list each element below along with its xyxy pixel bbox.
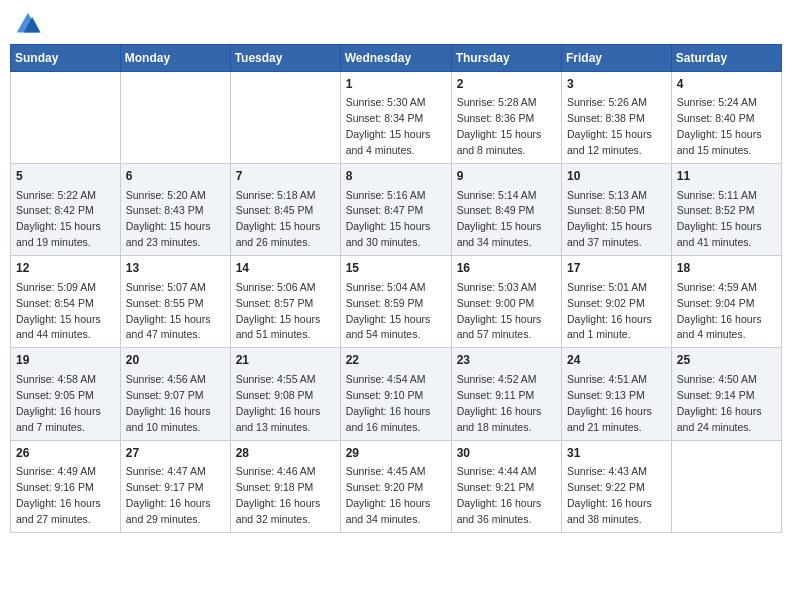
day-number: 19: [16, 352, 115, 369]
day-info: Sunrise: 5:24 AM Sunset: 8:40 PM Dayligh…: [677, 96, 762, 156]
day-info: Sunrise: 4:56 AM Sunset: 9:07 PM Dayligh…: [126, 373, 211, 433]
day-info: Sunrise: 5:28 AM Sunset: 8:36 PM Dayligh…: [457, 96, 542, 156]
header-cell-saturday: Saturday: [671, 45, 781, 72]
day-number: 25: [677, 352, 776, 369]
calendar-cell: 7Sunrise: 5:18 AM Sunset: 8:45 PM Daylig…: [230, 164, 340, 256]
day-number: 16: [457, 260, 556, 277]
calendar-cell: 24Sunrise: 4:51 AM Sunset: 9:13 PM Dayli…: [562, 348, 672, 440]
calendar-cell: 19Sunrise: 4:58 AM Sunset: 9:05 PM Dayli…: [11, 348, 121, 440]
calendar-cell: 18Sunrise: 4:59 AM Sunset: 9:04 PM Dayli…: [671, 256, 781, 348]
day-number: 8: [346, 168, 446, 185]
calendar-cell: 20Sunrise: 4:56 AM Sunset: 9:07 PM Dayli…: [120, 348, 230, 440]
day-info: Sunrise: 5:06 AM Sunset: 8:57 PM Dayligh…: [236, 281, 321, 341]
calendar-cell: 13Sunrise: 5:07 AM Sunset: 8:55 PM Dayli…: [120, 256, 230, 348]
day-info: Sunrise: 5:22 AM Sunset: 8:42 PM Dayligh…: [16, 189, 101, 249]
day-info: Sunrise: 4:45 AM Sunset: 9:20 PM Dayligh…: [346, 465, 431, 525]
logo-icon: [14, 10, 42, 38]
day-info: Sunrise: 5:11 AM Sunset: 8:52 PM Dayligh…: [677, 189, 762, 249]
calendar-cell: 1Sunrise: 5:30 AM Sunset: 8:34 PM Daylig…: [340, 72, 451, 164]
day-number: 5: [16, 168, 115, 185]
day-number: 26: [16, 445, 115, 462]
logo: [14, 10, 46, 38]
day-number: 11: [677, 168, 776, 185]
day-number: 30: [457, 445, 556, 462]
calendar-cell: [671, 440, 781, 532]
calendar-cell: 4Sunrise: 5:24 AM Sunset: 8:40 PM Daylig…: [671, 72, 781, 164]
calendar-cell: 29Sunrise: 4:45 AM Sunset: 9:20 PM Dayli…: [340, 440, 451, 532]
calendar-cell: 16Sunrise: 5:03 AM Sunset: 9:00 PM Dayli…: [451, 256, 561, 348]
calendar-table: SundayMondayTuesdayWednesdayThursdayFrid…: [10, 44, 782, 533]
calendar-cell: 9Sunrise: 5:14 AM Sunset: 8:49 PM Daylig…: [451, 164, 561, 256]
header-cell-sunday: Sunday: [11, 45, 121, 72]
day-number: 9: [457, 168, 556, 185]
day-info: Sunrise: 4:46 AM Sunset: 9:18 PM Dayligh…: [236, 465, 321, 525]
day-info: Sunrise: 4:47 AM Sunset: 9:17 PM Dayligh…: [126, 465, 211, 525]
week-row-4: 19Sunrise: 4:58 AM Sunset: 9:05 PM Dayli…: [11, 348, 782, 440]
calendar-cell: 2Sunrise: 5:28 AM Sunset: 8:36 PM Daylig…: [451, 72, 561, 164]
header-row: SundayMondayTuesdayWednesdayThursdayFrid…: [11, 45, 782, 72]
day-info: Sunrise: 4:44 AM Sunset: 9:21 PM Dayligh…: [457, 465, 542, 525]
week-row-3: 12Sunrise: 5:09 AM Sunset: 8:54 PM Dayli…: [11, 256, 782, 348]
calendar-cell: 14Sunrise: 5:06 AM Sunset: 8:57 PM Dayli…: [230, 256, 340, 348]
calendar-cell: 26Sunrise: 4:49 AM Sunset: 9:16 PM Dayli…: [11, 440, 121, 532]
day-number: 21: [236, 352, 335, 369]
day-info: Sunrise: 5:18 AM Sunset: 8:45 PM Dayligh…: [236, 189, 321, 249]
calendar-cell: [230, 72, 340, 164]
calendar-cell: 30Sunrise: 4:44 AM Sunset: 9:21 PM Dayli…: [451, 440, 561, 532]
calendar-cell: 15Sunrise: 5:04 AM Sunset: 8:59 PM Dayli…: [340, 256, 451, 348]
calendar-header: SundayMondayTuesdayWednesdayThursdayFrid…: [11, 45, 782, 72]
day-number: 29: [346, 445, 446, 462]
header-cell-monday: Monday: [120, 45, 230, 72]
day-number: 6: [126, 168, 225, 185]
day-number: 12: [16, 260, 115, 277]
day-info: Sunrise: 4:43 AM Sunset: 9:22 PM Dayligh…: [567, 465, 652, 525]
day-number: 3: [567, 76, 666, 93]
day-info: Sunrise: 4:50 AM Sunset: 9:14 PM Dayligh…: [677, 373, 762, 433]
calendar-cell: 10Sunrise: 5:13 AM Sunset: 8:50 PM Dayli…: [562, 164, 672, 256]
header-cell-friday: Friday: [562, 45, 672, 72]
day-info: Sunrise: 4:49 AM Sunset: 9:16 PM Dayligh…: [16, 465, 101, 525]
day-number: 23: [457, 352, 556, 369]
day-info: Sunrise: 5:03 AM Sunset: 9:00 PM Dayligh…: [457, 281, 542, 341]
day-info: Sunrise: 5:07 AM Sunset: 8:55 PM Dayligh…: [126, 281, 211, 341]
day-number: 28: [236, 445, 335, 462]
day-number: 24: [567, 352, 666, 369]
calendar-cell: 25Sunrise: 4:50 AM Sunset: 9:14 PM Dayli…: [671, 348, 781, 440]
calendar-cell: 5Sunrise: 5:22 AM Sunset: 8:42 PM Daylig…: [11, 164, 121, 256]
day-info: Sunrise: 4:58 AM Sunset: 9:05 PM Dayligh…: [16, 373, 101, 433]
day-number: 14: [236, 260, 335, 277]
day-info: Sunrise: 4:51 AM Sunset: 9:13 PM Dayligh…: [567, 373, 652, 433]
day-number: 31: [567, 445, 666, 462]
calendar-cell: 28Sunrise: 4:46 AM Sunset: 9:18 PM Dayli…: [230, 440, 340, 532]
day-number: 2: [457, 76, 556, 93]
week-row-5: 26Sunrise: 4:49 AM Sunset: 9:16 PM Dayli…: [11, 440, 782, 532]
calendar-cell: 3Sunrise: 5:26 AM Sunset: 8:38 PM Daylig…: [562, 72, 672, 164]
header-cell-wednesday: Wednesday: [340, 45, 451, 72]
day-info: Sunrise: 5:13 AM Sunset: 8:50 PM Dayligh…: [567, 189, 652, 249]
calendar-cell: 12Sunrise: 5:09 AM Sunset: 8:54 PM Dayli…: [11, 256, 121, 348]
calendar-cell: [11, 72, 121, 164]
day-number: 10: [567, 168, 666, 185]
day-info: Sunrise: 4:59 AM Sunset: 9:04 PM Dayligh…: [677, 281, 762, 341]
header-cell-thursday: Thursday: [451, 45, 561, 72]
calendar-cell: 31Sunrise: 4:43 AM Sunset: 9:22 PM Dayli…: [562, 440, 672, 532]
calendar-cell: 11Sunrise: 5:11 AM Sunset: 8:52 PM Dayli…: [671, 164, 781, 256]
calendar-cell: 23Sunrise: 4:52 AM Sunset: 9:11 PM Dayli…: [451, 348, 561, 440]
page-header: [10, 10, 782, 38]
day-info: Sunrise: 5:04 AM Sunset: 8:59 PM Dayligh…: [346, 281, 431, 341]
calendar-cell: 22Sunrise: 4:54 AM Sunset: 9:10 PM Dayli…: [340, 348, 451, 440]
day-number: 15: [346, 260, 446, 277]
day-info: Sunrise: 4:55 AM Sunset: 9:08 PM Dayligh…: [236, 373, 321, 433]
day-number: 18: [677, 260, 776, 277]
day-info: Sunrise: 5:26 AM Sunset: 8:38 PM Dayligh…: [567, 96, 652, 156]
day-info: Sunrise: 5:09 AM Sunset: 8:54 PM Dayligh…: [16, 281, 101, 341]
week-row-2: 5Sunrise: 5:22 AM Sunset: 8:42 PM Daylig…: [11, 164, 782, 256]
day-info: Sunrise: 5:16 AM Sunset: 8:47 PM Dayligh…: [346, 189, 431, 249]
day-number: 22: [346, 352, 446, 369]
header-cell-tuesday: Tuesday: [230, 45, 340, 72]
day-number: 27: [126, 445, 225, 462]
calendar-cell: 27Sunrise: 4:47 AM Sunset: 9:17 PM Dayli…: [120, 440, 230, 532]
calendar-cell: 8Sunrise: 5:16 AM Sunset: 8:47 PM Daylig…: [340, 164, 451, 256]
day-number: 7: [236, 168, 335, 185]
day-number: 20: [126, 352, 225, 369]
